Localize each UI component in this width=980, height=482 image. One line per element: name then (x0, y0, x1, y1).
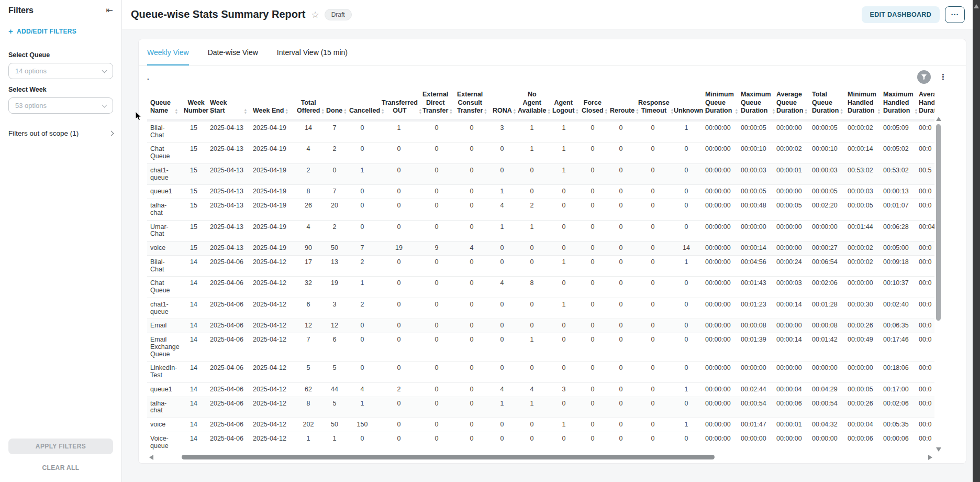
edit-dashboard-button[interactable]: EDIT DASHBOARD (862, 6, 940, 23)
apply-filters-button[interactable]: APPLY FILTERS (8, 439, 113, 454)
sort-icon[interactable] (344, 108, 346, 115)
sort-icon[interactable] (915, 108, 917, 115)
table-row[interactable]: voice142025-04-062025-04-122025015000000… (147, 418, 934, 432)
table-row[interactable]: Bilal-Chat152025-04-132025-04-1914701003… (147, 120, 934, 143)
column-header-total-offered[interactable]: Total Offered (294, 89, 323, 120)
column-header-maximum-queue-duration[interactable]: Maximum Queue Duration (738, 89, 773, 120)
table-horizontal-scrollbar[interactable] (147, 454, 934, 461)
table-vertical-scrollbar[interactable] (935, 116, 942, 453)
table-row[interactable]: talha-chat142025-04-062025-04-1285100011… (147, 397, 934, 418)
select-queue-label: Select Queue (8, 51, 113, 59)
table-cell: 2025-04-19 (250, 220, 294, 242)
sort-icon[interactable] (840, 108, 842, 115)
sort-icon[interactable] (773, 108, 775, 115)
column-header-minimum-handled-duration[interactable]: Minimum Handled Duration (844, 89, 880, 120)
sort-icon[interactable] (805, 108, 807, 115)
table-row[interactable]: Bilal-Chat142025-04-062025-04-1217132000… (147, 255, 934, 277)
select-queue-dropdown[interactable]: 14 options (8, 63, 113, 79)
column-header-queue-name[interactable]: Queue Name (147, 89, 181, 120)
table-row[interactable]: chat1-queue152025-04-132025-04-192010000… (147, 163, 934, 185)
column-header-average-handled-duration[interactable]: Average Handled Duration (916, 89, 934, 120)
column-header-force-closed[interactable]: Force Closed (578, 89, 607, 120)
vertical-scroll-thumb[interactable] (936, 124, 941, 321)
column-header-agent-logout[interactable]: Agent Logout (549, 89, 578, 120)
scroll-up-arrow-icon[interactable] (936, 117, 941, 121)
collapse-sidebar-icon[interactable]: ⇤ (106, 5, 113, 15)
sort-icon[interactable] (736, 108, 738, 115)
star-icon[interactable]: ☆ (311, 9, 319, 20)
column-header-week-number[interactable]: Week Number (181, 89, 207, 120)
sort-icon[interactable] (419, 108, 421, 115)
table-cell: 14 (181, 432, 207, 453)
column-header-average-queue-duration[interactable]: Average Queue Duration (773, 89, 809, 120)
table-filter-icon[interactable] (917, 70, 931, 84)
filters-out-of-scope-row[interactable]: Filters out of scope (1) (8, 129, 113, 137)
sort-icon[interactable] (878, 108, 880, 115)
sort-icon[interactable] (321, 108, 324, 115)
sort-icon[interactable] (576, 108, 578, 115)
column-header-response-timeout[interactable]: Response Timeout (635, 89, 671, 120)
tab-weekly-view[interactable]: Weekly View (147, 39, 189, 65)
scroll-left-arrow-icon[interactable] (149, 455, 153, 460)
table-cell: 13 (323, 255, 346, 277)
table-cell: 4 (489, 199, 515, 221)
sort-icon[interactable] (605, 108, 607, 115)
table-row[interactable]: Chat Queue142025-04-062025-04-1232191000… (147, 277, 934, 298)
scroll-down-arrow-icon[interactable] (936, 447, 941, 452)
sort-icon[interactable] (484, 108, 486, 115)
tab-interval-view-15-min-[interactable]: Interval View (15 min) (277, 39, 348, 65)
table-cell: 0 (454, 255, 489, 277)
table-wrap: Queue NameWeek NumberWeek StartWeek EndT… (147, 89, 943, 461)
table-cell: 202 (294, 418, 323, 432)
sort-icon[interactable] (548, 108, 550, 115)
sort-icon[interactable] (244, 108, 247, 115)
table-row[interactable]: Voice-queue142025-04-062025-04-121100000… (147, 432, 934, 453)
column-header-transferred-out[interactable]: Transferred OUT (378, 89, 419, 120)
column-header-total-queue-duration[interactable]: Total Queue Duration (809, 89, 844, 120)
column-header-reroute[interactable]: Reroute (607, 89, 635, 120)
kebab-menu-icon[interactable]: ⋮ (939, 72, 947, 82)
page-scroll-up-icon[interactable] (974, 4, 979, 8)
more-options-button[interactable]: ··· (945, 6, 965, 23)
column-header-cancelled[interactable]: Cancelled (346, 89, 378, 120)
column-header-week-start[interactable]: Week Start (207, 89, 250, 120)
table-cell: 2025-04-06 (207, 432, 250, 453)
table-cell: 0 (578, 277, 607, 298)
table-cell: 90 (294, 242, 323, 256)
sort-icon[interactable] (671, 108, 673, 115)
select-week-dropdown[interactable]: 53 options (8, 97, 113, 114)
table-row[interactable]: chat1-queue142025-04-062025-04-126320000… (147, 298, 934, 319)
table-cell: 0 (578, 220, 607, 242)
table-cell: 00:00:06 (880, 432, 916, 453)
table-row[interactable]: queue1142025-04-062025-04-12624442004430… (147, 382, 934, 397)
table-row[interactable]: Email Exchange Queue142025-04-062025-04-… (147, 333, 934, 362)
sort-icon[interactable] (450, 108, 452, 115)
page-scrollbar[interactable] (973, 0, 980, 482)
column-header-minimum-queue-duration[interactable]: Minimum Queue Duration (702, 89, 738, 120)
column-header-maximum-handled-duration[interactable]: Maximum Handled Duration (880, 89, 916, 120)
column-header-done[interactable]: Done (323, 89, 346, 120)
table-row[interactable]: voice152025-04-132025-04-199050719940000… (147, 242, 934, 256)
sort-icon[interactable] (286, 108, 288, 115)
add-edit-filters-button[interactable]: + ADD/EDIT FILTERS (8, 27, 113, 36)
sort-icon[interactable] (175, 108, 177, 115)
table-row[interactable]: Chat Queue152025-04-132025-04-1942000001… (147, 143, 934, 164)
scroll-right-arrow-icon[interactable] (928, 455, 932, 460)
sort-icon[interactable] (514, 108, 516, 115)
table-row[interactable]: Umar-Chat152025-04-132025-04-19420000110… (147, 220, 934, 242)
column-header-external-direct-transfer[interactable]: External Direct Transfer (419, 89, 454, 120)
tab-date-wise-view[interactable]: Date-wise View (208, 39, 258, 65)
horizontal-scroll-thumb[interactable] (182, 455, 715, 459)
table-row[interactable]: talha-chat152025-04-132025-04-1926200000… (147, 199, 934, 221)
table-cell: 0 (607, 382, 635, 397)
clear-all-button[interactable]: CLEAR ALL (8, 464, 113, 472)
table-row[interactable]: LinkedIn-Test142025-04-062025-04-1255000… (147, 362, 934, 383)
column-header-rona[interactable]: RONA (489, 89, 515, 120)
column-header-external-consult-transfer[interactable]: External Consult Transfer (454, 89, 489, 120)
table-row[interactable]: Email142025-04-062025-04-121212000000000… (147, 319, 934, 333)
column-header-unknown[interactable]: Unknown (671, 89, 702, 120)
column-header-label: Unknown (674, 107, 703, 115)
column-header-week-end[interactable]: Week End (250, 89, 294, 120)
table-row[interactable]: queue1152025-04-132025-04-19870000100000… (147, 185, 934, 199)
column-header-no-agent-available[interactable]: No Agent Available (515, 89, 549, 120)
